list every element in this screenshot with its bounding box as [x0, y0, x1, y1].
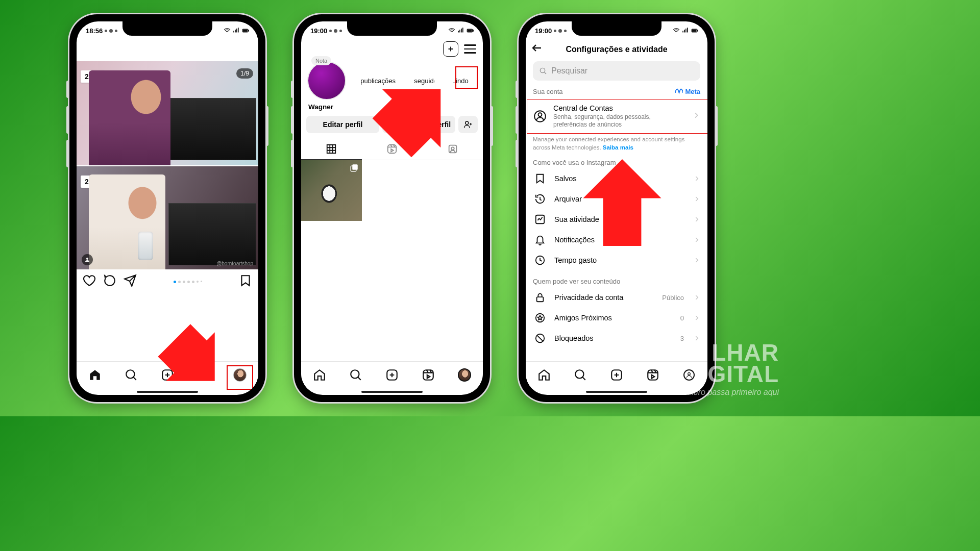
discover-people-button[interactable] [458, 116, 478, 133]
settings-header: Configurações e atividade [526, 38, 707, 61]
post-image-bottom[interactable]: 2024 @borntoartshop [77, 165, 258, 269]
stat-posts: publicações [360, 77, 396, 85]
comment-icon[interactable] [103, 274, 116, 289]
feed-post[interactable]: 2003 1/9 2024 @borntoartshop [77, 61, 258, 294]
back-icon[interactable] [531, 42, 543, 57]
row-archive[interactable]: Arquivar [526, 189, 707, 209]
post-watermark: @borntoartshop [216, 261, 253, 266]
accounts-center-row[interactable]: Central de Contas Senha, segurança, dado… [526, 99, 707, 134]
statusbar-time: 19:00 [310, 27, 327, 35]
svg-point-10 [465, 121, 469, 124]
svg-point-22 [540, 68, 545, 72]
carousel-dots [144, 281, 232, 283]
bottom-nav [526, 361, 707, 388]
share-profile-button[interactable]: Compartilhar perfil [382, 116, 455, 133]
accounts-center-title: Central de Contas [553, 104, 686, 112]
hamburger-menu-icon[interactable] [462, 41, 478, 57]
activity-icon [533, 212, 547, 227]
svg-rect-8 [473, 30, 473, 31]
meta-logo: Meta [674, 87, 700, 96]
nav-profile-avatar[interactable] [233, 368, 247, 382]
stat-following: seguindo [453, 77, 469, 85]
row-close-friends[interactable]: Amigos Próximos 0 [526, 308, 707, 328]
row-saved[interactable]: Salvos [526, 168, 707, 189]
svg-rect-20 [697, 30, 698, 31]
tagged-people-icon[interactable] [82, 254, 93, 265]
row-privacy[interactable]: Privacidade da conta Público [526, 287, 707, 308]
stat-followers: seguidores [414, 77, 434, 85]
nav-home-icon[interactable] [313, 368, 326, 382]
phone-profile: 19:00 Nota publicações [294, 14, 490, 402]
row-notifications[interactable]: Notificações [526, 230, 707, 250]
post-actions [77, 269, 258, 294]
edit-profile-button[interactable]: Editar perfil [306, 116, 379, 133]
profile-stats[interactable]: publicações seguidores seguindo [351, 77, 478, 85]
nav-search-icon[interactable] [349, 368, 362, 382]
svg-point-13 [451, 147, 454, 150]
settings-title: Configurações e atividade [566, 45, 667, 54]
nav-create-icon[interactable] [161, 368, 174, 382]
account-center-icon [533, 109, 547, 123]
svg-rect-32 [648, 370, 658, 380]
section-visibility-label: Quem pode ver seu conteúdo [526, 270, 707, 287]
star-circle-icon [533, 311, 547, 325]
profile-avatar[interactable]: Nota [307, 61, 346, 100]
search-placeholder: Pesquisar [551, 66, 587, 76]
bookmark-icon [533, 171, 547, 186]
row-time-spent[interactable]: Tempo gasto [526, 250, 707, 270]
svg-rect-14 [352, 164, 358, 170]
note-bubble[interactable]: Nota [311, 56, 331, 65]
clock-icon [533, 253, 547, 267]
statusbar-time: 18:56 [86, 27, 103, 35]
tab-reels[interactable] [362, 138, 423, 160]
nav-profile-avatar[interactable] [682, 368, 696, 382]
nav-reels-icon[interactable] [646, 368, 659, 382]
share-icon[interactable] [124, 274, 137, 289]
search-input[interactable]: Pesquisar [533, 61, 700, 81]
nav-create-icon[interactable] [610, 368, 623, 382]
like-icon[interactable] [83, 274, 96, 289]
chevron-right-icon [692, 111, 700, 121]
nav-search-icon[interactable] [125, 368, 138, 382]
carousel-indicator: 1/9 [236, 68, 253, 79]
archive-icon [533, 192, 547, 206]
nav-search-icon[interactable] [574, 368, 587, 382]
svg-rect-2 [243, 30, 247, 32]
nav-home-icon[interactable] [537, 368, 551, 382]
section-usage-label: Como você usa o Instagram [526, 152, 707, 168]
save-icon[interactable] [239, 274, 252, 289]
svg-rect-18 [423, 370, 433, 380]
tab-grid[interactable] [301, 138, 362, 160]
svg-point-33 [688, 372, 691, 375]
accounts-center-subtitle: Senha, segurança, dados pessoais, prefer… [553, 113, 686, 129]
statusbar-time: 19:00 [535, 27, 552, 35]
svg-rect-11 [388, 145, 397, 154]
nav-profile-avatar[interactable] [458, 368, 471, 382]
profile-name: Wagner [301, 100, 483, 116]
nav-home-icon[interactable] [88, 368, 102, 382]
tab-tagged[interactable] [422, 138, 483, 160]
create-post-icon[interactable] [443, 41, 458, 57]
row-activity[interactable]: Sua atividade [526, 209, 707, 230]
row-blocked[interactable]: Bloqueados 3 [526, 328, 707, 348]
phone-feed: 18:56 2003 1/9 2024 @borntoartshop [69, 14, 265, 402]
phone-settings: 19:00 Configurações e atividade Pesquisa… [519, 14, 715, 402]
nav-create-icon[interactable] [385, 368, 399, 382]
svg-rect-27 [537, 297, 544, 302]
svg-rect-6 [199, 370, 209, 380]
svg-point-30 [575, 370, 583, 378]
svg-rect-9 [468, 30, 472, 32]
nav-reels-icon[interactable] [197, 368, 210, 382]
nav-reels-icon[interactable] [422, 368, 435, 382]
carousel-icon [350, 163, 359, 174]
section-account-label: Sua conta [533, 88, 563, 95]
bell-icon [533, 233, 547, 247]
bottom-nav [77, 361, 258, 388]
post-grid [301, 160, 483, 221]
post-image-top[interactable]: 2003 1/9 [77, 61, 258, 165]
post-thumbnail[interactable] [301, 160, 362, 221]
profile-tabs [301, 138, 483, 160]
learn-more-link[interactable]: Saiba mais [603, 144, 633, 151]
svg-rect-1 [248, 30, 249, 31]
svg-point-24 [538, 113, 542, 116]
